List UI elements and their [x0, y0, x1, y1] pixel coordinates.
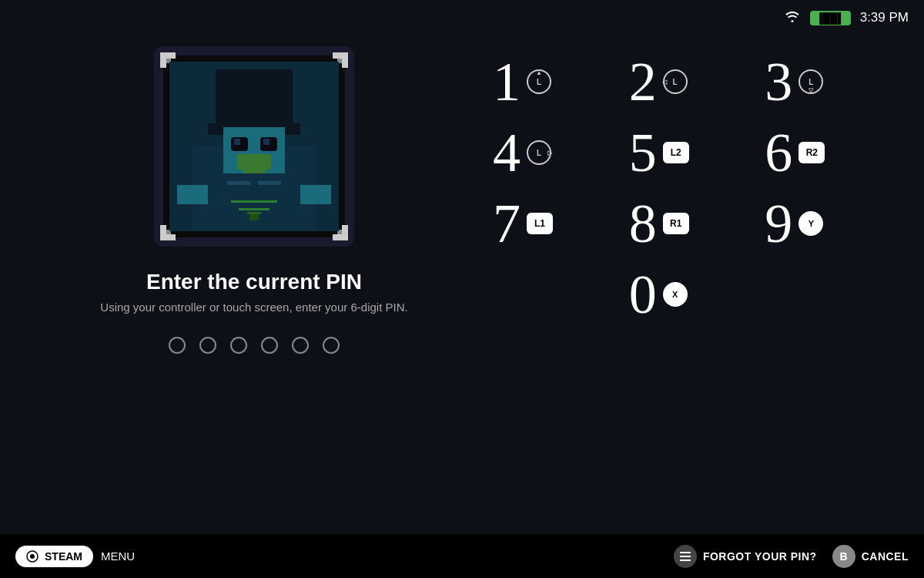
badge-r2: R2: [798, 142, 825, 163]
badge-l-up: L ▲: [527, 69, 551, 94]
numpad-key-5[interactable]: 5 L2: [629, 125, 742, 180]
status-bar: ▐██▌ 3:39 PM: [768, 0, 924, 35]
svg-rect-36: [231, 200, 277, 203]
numpad: 1 L ▲ 2 L ◁ 3 L ▽ 4 L ▷ 5 L2 6 R2 7: [493, 54, 878, 322]
numpad-key-1[interactable]: 1 L ▲: [493, 54, 606, 109]
numpad-key-6[interactable]: 6 R2: [765, 125, 878, 180]
menu-label: MENU: [101, 549, 135, 563]
numpad-key-0[interactable]: 0 X: [629, 267, 742, 322]
svg-rect-30: [249, 214, 259, 220]
steam-label: STEAM: [45, 550, 82, 563]
numpad-key-2[interactable]: 2 L ◁: [629, 54, 742, 109]
pin-dot-3: [230, 337, 247, 354]
bottom-right-actions: FORGOT YOUR PIN? B CANCEL: [674, 545, 909, 568]
svg-rect-6: [160, 52, 166, 68]
badge-r1: R1: [663, 213, 689, 234]
svg-rect-26: [237, 154, 271, 170]
numpad-key-9[interactable]: 9 Y: [765, 196, 878, 251]
svg-rect-19: [216, 69, 293, 131]
svg-rect-24: [234, 139, 240, 145]
badge-l-right: L ▷: [527, 140, 551, 165]
pin-dots: [169, 337, 340, 354]
clock: 3:39 PM: [860, 10, 909, 25]
svg-rect-12: [342, 225, 348, 240]
pin-dot-5: [292, 337, 309, 354]
forgot-pin-label: FORGOT YOUR PIN?: [703, 550, 817, 563]
steam-button[interactable]: STEAM: [15, 546, 93, 567]
svg-rect-4: [345, 46, 354, 247]
svg-rect-2: [154, 237, 354, 247]
svg-rect-35: [300, 185, 331, 204]
badge-l-left: L ◁: [663, 69, 688, 94]
pin-dot-1: [169, 337, 186, 354]
pin-dot-2: [199, 337, 216, 354]
svg-rect-10: [160, 225, 166, 240]
avatar: [154, 46, 354, 247]
badge-l2: L2: [663, 142, 689, 163]
svg-rect-25: [263, 139, 270, 145]
wifi-icon: [784, 9, 801, 26]
numpad-key-3[interactable]: 3 L ▽: [765, 54, 878, 109]
pin-dot-4: [261, 337, 278, 354]
cancel-label: CANCEL: [862, 550, 909, 563]
bottom-bar: STEAM MENU FORGOT YOUR PIN? B CANCEL: [0, 534, 924, 578]
svg-point-39: [30, 554, 35, 559]
svg-rect-37: [239, 208, 270, 210]
svg-rect-34: [177, 185, 208, 204]
numpad-key-7[interactable]: 7 L1: [493, 196, 606, 251]
badge-y: Y: [798, 211, 823, 236]
badge-l1: L1: [527, 213, 553, 234]
svg-rect-1: [154, 46, 354, 55]
svg-rect-32: [227, 181, 250, 185]
lines-icon: [674, 545, 697, 568]
badge-x: X: [663, 282, 688, 307]
b-icon: B: [832, 545, 855, 568]
svg-rect-3: [154, 46, 163, 247]
svg-rect-33: [258, 181, 281, 185]
forgot-pin-button[interactable]: FORGOT YOUR PIN?: [674, 545, 817, 568]
numpad-key-4[interactable]: 4 L ▷: [493, 125, 606, 180]
pin-title: Enter the current PIN: [146, 270, 362, 294]
pin-dot-6: [323, 337, 340, 354]
cancel-button[interactable]: B CANCEL: [832, 545, 909, 568]
svg-rect-31: [212, 173, 296, 212]
numpad-key-8[interactable]: 8 R1: [629, 196, 742, 251]
badge-l-down: L ▽: [798, 69, 823, 94]
left-panel: Enter the current PIN Using your control…: [62, 46, 447, 354]
pin-subtitle: Using your controller or touch screen, e…: [100, 301, 407, 314]
svg-rect-8: [342, 52, 348, 68]
battery-icon: ▐██▌: [810, 11, 851, 25]
